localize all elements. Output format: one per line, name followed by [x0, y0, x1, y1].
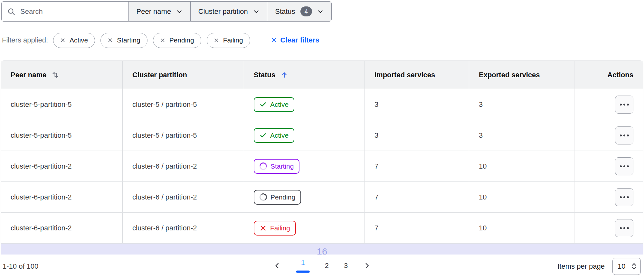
peer-name-cell: cluster-5-partition-5	[1, 120, 122, 151]
spinner-icon	[259, 193, 268, 201]
actions-cell	[574, 182, 643, 212]
peers-table: Peer name Cluster partition Status Impor…	[1, 60, 643, 255]
status-cell: Pending	[244, 182, 365, 212]
status-badge-failing: Failing	[254, 221, 296, 236]
items-per-page-value: 10	[618, 262, 625, 271]
peer-name-cell: cluster-5-partition-5	[1, 89, 122, 120]
chevron-down-icon	[317, 8, 324, 15]
dropdown-label: Status	[275, 7, 295, 16]
peer-name-cell: cluster-6-partition-2	[1, 182, 122, 212]
status-badge-starting: Starting	[254, 159, 299, 174]
actions-cell	[574, 89, 643, 120]
spinner-icon	[258, 161, 268, 171]
chevron-down-icon	[176, 8, 183, 15]
row-actions-overflow-button[interactable]	[615, 188, 633, 206]
pager: 1 2 3	[273, 258, 371, 273]
items-per-page-control: Items per page 10	[557, 258, 641, 275]
exported-services-cell: 10	[469, 213, 574, 243]
filter-pill-label: Pending	[169, 36, 194, 44]
status-badge-active: Active	[254, 97, 294, 112]
stepper-updown-icon	[630, 262, 638, 271]
search-box[interactable]	[1, 1, 129, 22]
actions-cell	[574, 120, 643, 151]
status-badge-active: Active	[254, 128, 294, 143]
exported-services-cell: 3	[469, 89, 574, 120]
x-icon	[260, 225, 267, 232]
cluster-partition-filter-dropdown[interactable]: Cluster partition	[190, 1, 268, 22]
column-header-cluster-partition: Cluster partition	[122, 61, 244, 89]
items-per-page-label: Items per page	[557, 262, 605, 271]
imported-services-cell: 7	[365, 151, 469, 181]
row-actions-overflow-button[interactable]	[615, 157, 633, 175]
peer-name-filter-dropdown[interactable]: Peer name	[128, 1, 191, 22]
remove-filter-icon[interactable]	[60, 38, 65, 43]
peer-name-cell: cluster-6-partition-2	[1, 213, 122, 243]
status-badge-pending: Pending	[254, 190, 301, 205]
column-header-actions: Actions	[574, 61, 643, 89]
page-button-2[interactable]: 2	[325, 261, 329, 270]
row-actions-overflow-button[interactable]	[615, 126, 633, 144]
active-page-indicator	[296, 270, 310, 273]
partial-highlighted-row: 16	[1, 244, 643, 255]
imported-services-cell: 7	[365, 213, 469, 243]
imported-services-cell: 3	[365, 89, 469, 120]
table-row: cluster-5-partition-5 cluster-5 / partit…	[1, 120, 643, 151]
status-filter-dropdown[interactable]: Status 4	[267, 1, 332, 22]
check-icon	[260, 132, 267, 139]
sort-swap-vertical-icon[interactable]	[52, 71, 59, 79]
items-per-page-select[interactable]: 10	[612, 258, 641, 275]
chevron-left-icon	[273, 262, 281, 269]
page-button-3[interactable]: 3	[344, 261, 348, 270]
status-cell: Active	[244, 89, 365, 120]
filters-applied-label: Filters applied:	[2, 36, 48, 44]
dropdown-label: Cluster partition	[198, 7, 248, 16]
column-header-peer-name[interactable]: Peer name	[1, 61, 122, 89]
status-cell: Starting	[244, 151, 365, 181]
filter-pill-failing[interactable]: Failing	[207, 33, 250, 48]
table-row: cluster-6-partition-2 cluster-6 / partit…	[1, 213, 643, 244]
cluster-partition-cell: cluster-6 / partition-2	[122, 151, 244, 181]
status-cell: Active	[244, 120, 365, 151]
remove-filter-icon[interactable]	[108, 38, 113, 43]
sort-ascending-icon[interactable]	[280, 71, 288, 79]
chevron-down-icon	[253, 8, 260, 15]
dropdown-label: Peer name	[137, 7, 171, 16]
table-row: cluster-5-partition-5 cluster-5 / partit…	[1, 89, 643, 120]
clear-filters-link[interactable]: Clear filters	[271, 36, 319, 44]
results-range-label: 1-10 of 100	[3, 262, 38, 271]
table-row: cluster-6-partition-2 cluster-6 / partit…	[1, 182, 643, 213]
cluster-partition-cell: cluster-6 / partition-2	[122, 182, 244, 212]
filter-pill-label: Active	[70, 36, 88, 44]
filter-pill-pending[interactable]: Pending	[153, 33, 201, 48]
exported-services-cell: 10	[469, 151, 574, 181]
filter-pill-label: Starting	[117, 36, 140, 44]
filter-pill-starting[interactable]: Starting	[100, 33, 147, 48]
status-cell: Failing	[244, 213, 365, 243]
remove-filter-icon[interactable]	[160, 38, 165, 43]
remove-filter-icon[interactable]	[214, 38, 219, 43]
filter-pill-label: Failing	[223, 36, 243, 44]
row-actions-overflow-button[interactable]	[615, 96, 633, 114]
table-row: cluster-6-partition-2 cluster-6 / partit…	[1, 151, 643, 182]
previous-page-button[interactable]	[273, 262, 281, 269]
peers-table-page: Peer name Cluster partition Status 4 Fil…	[0, 0, 644, 278]
pagination-bar: 1-10 of 100 1 2 3 Items per page 10	[0, 255, 644, 278]
clear-icon	[271, 37, 277, 43]
page-button-1[interactable]: 1	[296, 258, 310, 273]
column-header-status[interactable]: Status	[244, 61, 365, 89]
check-icon	[260, 101, 267, 108]
applied-filters-row: Filters applied: Active Starting Pending…	[2, 32, 319, 48]
status-filter-count-badge: 4	[300, 6, 312, 16]
partial-row-value: 16	[317, 247, 327, 255]
row-actions-overflow-button[interactable]	[615, 219, 633, 237]
cluster-partition-cell: cluster-5 / partition-5	[122, 89, 244, 120]
clear-filters-label: Clear filters	[280, 36, 319, 44]
search-icon	[7, 7, 15, 16]
filter-pill-active[interactable]: Active	[53, 33, 95, 48]
next-page-button[interactable]	[363, 262, 371, 269]
chevron-right-icon	[363, 262, 371, 269]
imported-services-cell: 7	[365, 182, 469, 212]
imported-services-cell: 3	[365, 120, 469, 151]
search-input[interactable]	[20, 7, 123, 16]
cluster-partition-cell: cluster-5 / partition-5	[122, 120, 244, 151]
